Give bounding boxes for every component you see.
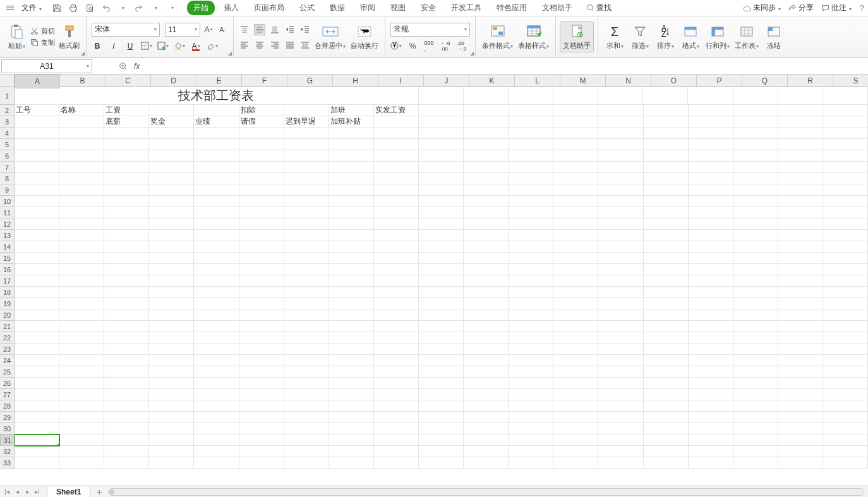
cell-H15[interactable] (329, 253, 374, 264)
cell-P12[interactable] (689, 219, 733, 230)
row-header-32[interactable]: 32 (0, 446, 15, 457)
merge-center-button[interactable]: 合并居中 (312, 22, 348, 52)
cell-Q28[interactable] (733, 400, 778, 412)
cell-P32[interactable] (689, 446, 733, 457)
cell-J7[interactable] (419, 162, 464, 173)
cell-A24[interactable] (15, 355, 59, 366)
cell-M24[interactable] (553, 355, 598, 366)
cell-B6[interactable] (59, 150, 104, 162)
cell-Q33[interactable] (733, 457, 778, 469)
cell-H4[interactable] (329, 128, 374, 139)
cell-L6[interactable] (509, 150, 553, 162)
cell-E24[interactable] (194, 355, 239, 366)
cell-O23[interactable] (644, 344, 689, 355)
cell-A15[interactable] (15, 253, 59, 264)
cell-J26[interactable] (419, 378, 464, 389)
cell-P6[interactable] (689, 150, 733, 162)
menu-tab-10[interactable]: 文档助手 (536, 1, 579, 15)
cell-D31[interactable] (149, 434, 194, 446)
cell-D20[interactable] (149, 309, 194, 321)
cell-P22[interactable] (689, 332, 733, 344)
cell-F10[interactable] (239, 196, 284, 207)
cell-E11[interactable] (194, 207, 239, 219)
cell-A18[interactable] (15, 287, 59, 298)
cell-A30[interactable] (15, 423, 59, 434)
cell-C15[interactable] (104, 253, 149, 264)
cell-J23[interactable] (419, 344, 464, 355)
cell-S28[interactable] (823, 400, 868, 412)
cell-C13[interactable] (104, 230, 149, 241)
cell-Q9[interactable] (733, 184, 778, 196)
row-header-25[interactable]: 25 (0, 366, 15, 378)
cell-D2[interactable] (149, 105, 194, 116)
cell-E8[interactable] (194, 173, 239, 184)
cell-D3[interactable]: 奖金 (149, 116, 194, 128)
cell-C27[interactable] (104, 389, 149, 400)
cell-D5[interactable] (149, 139, 194, 150)
cell-K27[interactable] (464, 389, 509, 400)
cell-R3[interactable] (778, 116, 823, 128)
cell-F8[interactable] (239, 173, 284, 184)
cell-J20[interactable] (419, 309, 464, 321)
cell-M23[interactable] (553, 344, 598, 355)
cell-Q22[interactable] (733, 332, 778, 344)
cell-I21[interactable] (374, 321, 419, 332)
cell-F12[interactable] (239, 219, 284, 230)
cell-R29[interactable] (778, 412, 823, 423)
cell-O13[interactable] (644, 230, 689, 241)
cell-Q10[interactable] (733, 196, 778, 207)
cell-K22[interactable] (464, 332, 509, 344)
cell-R21[interactable] (778, 321, 823, 332)
cell-G9[interactable] (284, 184, 329, 196)
cell-N29[interactable] (598, 412, 643, 423)
menu-tab-6[interactable]: 视图 (384, 1, 412, 15)
cell-B16[interactable] (59, 264, 104, 275)
cell-G25[interactable] (284, 366, 329, 378)
cell-A14[interactable] (15, 241, 59, 253)
cell-C2[interactable]: 工资 (104, 105, 149, 116)
cell-E2[interactable] (194, 105, 239, 116)
cell-E9[interactable] (194, 184, 239, 196)
cell-M27[interactable] (553, 389, 598, 400)
cell-B24[interactable] (59, 355, 104, 366)
cell-N7[interactable] (598, 162, 643, 173)
cell-Q1[interactable] (733, 87, 778, 105)
cell-H24[interactable] (329, 355, 374, 366)
copy-button[interactable]: 复制 (30, 38, 55, 47)
cell-C10[interactable] (104, 196, 149, 207)
cell-D17[interactable] (149, 275, 194, 287)
cell-O11[interactable] (644, 207, 689, 219)
cell-P14[interactable] (689, 241, 733, 253)
cell-G12[interactable] (284, 219, 329, 230)
cell-H33[interactable] (329, 457, 374, 469)
cell-S14[interactable] (823, 241, 868, 253)
cell-P3[interactable] (689, 116, 733, 128)
cell-G32[interactable] (284, 446, 329, 457)
cell-D6[interactable] (149, 150, 194, 162)
col-header-N[interactable]: N (606, 75, 651, 87)
cell-A12[interactable] (15, 219, 59, 230)
cell-O18[interactable] (644, 287, 689, 298)
cell-B30[interactable] (59, 423, 104, 434)
cell-D10[interactable] (149, 196, 194, 207)
cell-G7[interactable] (284, 162, 329, 173)
col-header-E[interactable]: E (196, 75, 242, 87)
currency-button[interactable]: ¥ (390, 40, 402, 52)
cell-A26[interactable] (15, 378, 59, 389)
cell-P26[interactable] (689, 378, 733, 389)
cell-L14[interactable] (509, 241, 553, 253)
cell-A2[interactable]: 工号 (15, 105, 59, 116)
cell-N12[interactable] (598, 219, 643, 230)
cell-L25[interactable] (509, 366, 553, 378)
cell-O5[interactable] (644, 139, 689, 150)
cell-D26[interactable] (149, 378, 194, 389)
increase-decimal-button[interactable]: ←.0.00 (440, 40, 451, 52)
cell-F32[interactable] (239, 446, 284, 457)
row-header-3[interactable]: 3 (0, 116, 15, 128)
cell-E14[interactable] (194, 241, 239, 253)
cell-G2[interactable] (284, 105, 329, 116)
cell-C16[interactable] (104, 264, 149, 275)
cell-C30[interactable] (104, 423, 149, 434)
cell-C5[interactable] (104, 139, 149, 150)
cell-K1[interactable] (464, 87, 509, 105)
